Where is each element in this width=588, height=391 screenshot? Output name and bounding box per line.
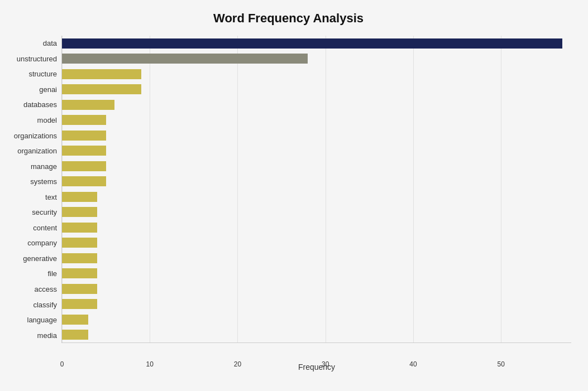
bar-row: [62, 113, 571, 127]
grid-line: [413, 36, 414, 342]
bar-systems: [62, 176, 106, 186]
y-label: organizations: [14, 129, 57, 142]
bar-security: [62, 207, 97, 217]
bar-model: [62, 115, 106, 125]
chart-container: Word Frequency Analysis dataunstructured…: [0, 0, 588, 391]
bar-unstructured: [62, 54, 308, 64]
y-label: organization: [17, 144, 57, 158]
x-axis-label: Frequency: [62, 363, 571, 371]
bar-media: [62, 330, 88, 340]
plot-area: 01020304050Frequency: [61, 36, 571, 343]
y-label: content: [33, 221, 57, 234]
bar-content: [62, 223, 97, 233]
bar-manage: [62, 161, 106, 171]
y-label: company: [27, 236, 57, 250]
grid-line: [326, 36, 326, 342]
bar-row: [62, 67, 571, 81]
bar-row: [62, 160, 571, 173]
y-label: genai: [39, 83, 57, 96]
bar-row: [62, 297, 571, 311]
grid-line: [501, 36, 501, 342]
y-label: databases: [23, 98, 57, 112]
y-label: structure: [28, 67, 57, 81]
y-label: unstructured: [17, 52, 57, 65]
bar-classify: [62, 299, 97, 309]
bar-row: [62, 236, 571, 249]
y-label: security: [32, 206, 57, 219]
grid-line: [237, 36, 238, 342]
y-label: access: [35, 283, 57, 296]
chart-title: Word Frequency Analysis: [6, 11, 571, 26]
chart-area: dataunstructuredstructuregenaidatabasesm…: [6, 36, 571, 343]
y-label: model: [37, 114, 57, 127]
bar-row: [62, 190, 571, 204]
bar-data: [62, 38, 562, 49]
bar-row: [62, 221, 571, 234]
y-label: text: [45, 190, 57, 204]
bar-access: [62, 284, 97, 294]
bar-row: [62, 52, 571, 65]
bar-structure: [62, 69, 141, 79]
bar-file: [62, 268, 97, 278]
bar-organization: [62, 146, 106, 156]
grid-line: [62, 36, 63, 342]
y-label: media: [37, 329, 57, 342]
bar-row: [62, 144, 571, 157]
bar-language: [62, 315, 88, 325]
bar-databases: [62, 100, 114, 110]
bar-organizations: [62, 131, 106, 141]
bar-genai: [62, 84, 141, 94]
y-label: generative: [23, 252, 57, 265]
y-label: file: [47, 267, 57, 281]
bar-row: [62, 129, 571, 142]
bar-row: [62, 175, 571, 188]
y-axis: dataunstructuredstructuregenaidatabasesm…: [6, 36, 61, 343]
bar-row: [62, 267, 571, 280]
bar-row: [62, 252, 571, 265]
bar-row: [62, 328, 571, 341]
bar-row: [62, 282, 571, 296]
y-label: language: [27, 313, 58, 327]
bar-company: [62, 238, 97, 248]
bar-row: [62, 37, 571, 50]
bar-generative: [62, 253, 97, 263]
y-label: data: [43, 37, 57, 50]
grid-line: [150, 36, 150, 342]
y-label: systems: [30, 175, 57, 189]
y-label: manage: [31, 160, 57, 173]
bar-row: [62, 205, 571, 219]
bar-row: [62, 313, 571, 326]
y-label: classify: [33, 298, 57, 311]
bar-row: [62, 83, 571, 96]
bar-text: [62, 192, 97, 202]
bar-row: [62, 98, 571, 112]
